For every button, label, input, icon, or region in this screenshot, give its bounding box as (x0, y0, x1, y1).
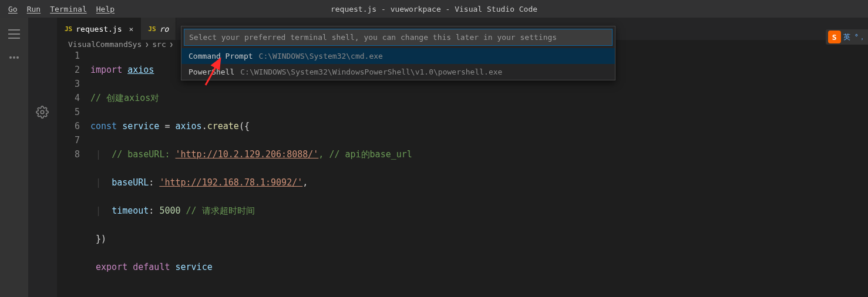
tab-request-js[interactable]: JS request.js × (58, 18, 141, 40)
picker-item-cmd[interactable]: Command Prompt C:\WINDOWS\System32\cmd.e… (181, 48, 615, 64)
activitybar (0, 18, 28, 297)
svg-point-3 (41, 110, 44, 114)
tab-ro[interactable]: JS ro (141, 18, 176, 40)
sidebar (28, 18, 58, 297)
chevron-right-icon: ❯ (145, 41, 149, 48)
menu-help[interactable]: Help (92, 2, 119, 16)
js-icon: JS (65, 25, 72, 33)
gear-icon[interactable] (36, 106, 50, 120)
quick-pick-input[interactable]: Select your preferred terminal shell, yo… (184, 29, 613, 46)
svg-point-2 (16, 56, 19, 59)
svg-point-0 (9, 56, 12, 59)
menu-run[interactable]: Run (22, 2, 45, 16)
picker-item-powershell[interactable]: PowerShell C:\WINDOWS\System32\WindowsPo… (181, 64, 615, 80)
js-icon: JS (148, 25, 156, 33)
close-icon[interactable]: × (129, 25, 134, 33)
menu-go[interactable]: Go (4, 2, 22, 16)
quick-pick: Select your preferred terminal shell, yo… (181, 26, 615, 80)
ime-indicator[interactable]: S 英 °， (826, 29, 868, 45)
gutter: 1 2 3 4 5 6 7 8 (58, 49, 90, 297)
menu-terminal[interactable]: Terminal (45, 2, 92, 16)
svg-point-1 (13, 56, 15, 59)
chevron-right-icon: ❯ (170, 41, 173, 48)
code-content[interactable]: import axios // 创建axios对 const service =… (90, 49, 868, 297)
more-icon[interactable] (0, 46, 28, 69)
window-title: request.js - vueworkpace - Visual Studio… (331, 5, 537, 14)
menubar: Go Run Terminal Help request.js - vuewor… (0, 0, 868, 18)
sogou-icon: S (828, 31, 841, 43)
code-editor[interactable]: 1 2 3 4 5 6 7 8 import axios // 创建axios对… (58, 49, 868, 297)
open-editors-icon[interactable] (0, 22, 28, 46)
